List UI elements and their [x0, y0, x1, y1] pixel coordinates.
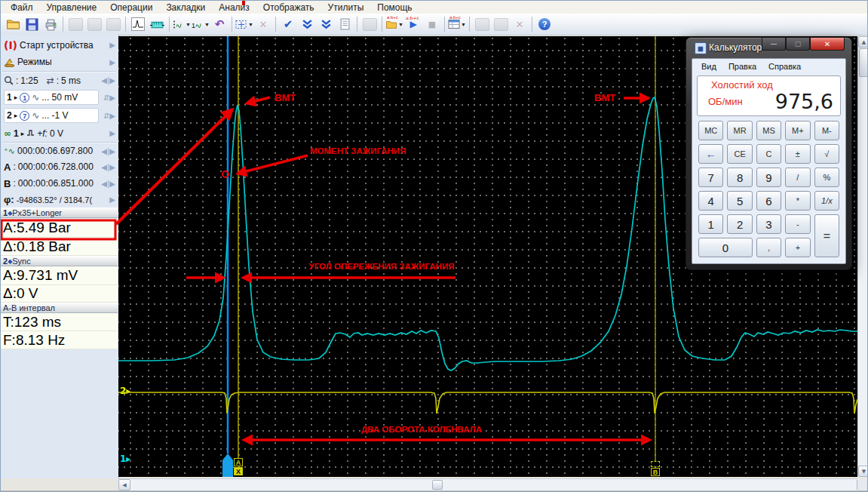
modes-row[interactable]: Режимы ▶	[1, 54, 118, 70]
menu-display[interactable]: Отображать	[256, 2, 321, 13]
dropdown-arrow-icon[interactable]: ▼	[398, 22, 403, 27]
stepper-arrows-icon[interactable]: ⇵▶	[103, 112, 115, 120]
calc-menu-help[interactable]: Справка	[762, 61, 807, 72]
menu-file[interactable]: Файл	[4, 2, 40, 13]
menu-analysis[interactable]: Анализ	[212, 2, 256, 13]
help-icon[interactable]: ?	[535, 16, 554, 32]
calc-btn-mminus[interactable]: M-	[814, 121, 839, 140]
single-signal-icon[interactable]	[129, 16, 147, 32]
channels-waveform-icon[interactable]: ▼	[173, 16, 191, 32]
cursor-x-marker[interactable]: X	[234, 467, 243, 475]
minimize-button[interactable]: —	[762, 38, 786, 51]
cursor-a-marker[interactable]: A	[234, 458, 243, 466]
close-button[interactable]: ✕	[810, 38, 845, 51]
calc-btn-c[interactable]: C	[756, 144, 781, 164]
save-icon[interactable]	[23, 16, 41, 32]
calc-btn-mr[interactable]: MR	[727, 121, 752, 140]
phase-row[interactable]: φ: -94863.52° / 3184.7( ▶	[1, 192, 118, 208]
undo-icon[interactable]: ↶	[210, 16, 229, 32]
calc-btn-divide[interactable]: /	[785, 168, 810, 187]
calc-btn-ce[interactable]: CE	[727, 144, 752, 164]
select-fragment-icon[interactable]: ▼	[235, 16, 253, 32]
horizontal-scrollbar[interactable]: ◀ ▶	[118, 478, 868, 490]
confirm-all-icon[interactable]	[298, 16, 316, 32]
horizontal-scroll-thumb[interactable]	[432, 480, 443, 490]
cursor-b-marker[interactable]: B	[651, 468, 660, 476]
menu-bookmarks[interactable]: Закладки	[159, 2, 212, 13]
channel1-chip[interactable]: 1▸ 1 ∿ ... 50 mV	[4, 90, 99, 105]
dropdown-arrow-icon[interactable]: ▼	[461, 22, 466, 27]
dropdown-arrow-icon[interactable]: ▼	[204, 22, 210, 27]
vertical-scroll-thumb[interactable]	[859, 48, 868, 77]
calc-btn-9[interactable]: 9	[756, 168, 781, 187]
scroll-left-button[interactable]: ◀	[118, 479, 130, 490]
calc-btn-backspace[interactable]: ←	[698, 144, 723, 164]
zoom-sweep-row[interactable]: :1:25 ⇄ :5 ms ◀|▶	[1, 72, 118, 88]
calc-btn-minus[interactable]: -	[785, 214, 810, 234]
calculator-window[interactable]: ▦ Калькулятор — ▢ ✕ Вид Правка Справка Х…	[686, 37, 852, 270]
expand-arrow-icon[interactable]: ▶	[109, 129, 115, 137]
stepper-arrows-icon[interactable]: ◀|▶	[101, 147, 115, 155]
cursor-a-time-row[interactable]: A: 000:00:06.728.000 ◀|▶	[1, 158, 118, 175]
menu-operations[interactable]: Операции	[103, 2, 159, 13]
start-device-row[interactable]: (Ι) Старт устройства ▶	[1, 36, 118, 54]
vertical-scrollbar[interactable]: ▲ ▼	[857, 36, 868, 477]
measure-ruler-icon[interactable]	[148, 16, 166, 32]
channel1-row[interactable]: 1▸ 1 ∿ ... 50 mV ⇵▶	[1, 88, 118, 106]
calc-btn-2[interactable]: 2	[727, 214, 752, 234]
calc-btn-mc[interactable]: MC	[698, 121, 723, 140]
calc-btn-plus[interactable]: +	[785, 238, 810, 257]
calc-btn-1[interactable]: 1	[698, 214, 723, 234]
calc-btn-multiply[interactable]: *	[785, 191, 810, 211]
open-file-icon[interactable]	[4, 16, 22, 32]
calc-btn-plusminus[interactable]: ±	[785, 144, 810, 164]
confirm-all2-icon[interactable]	[317, 16, 335, 32]
stepper-arrows-icon[interactable]: ⇵▶	[103, 94, 115, 102]
calc-menu-view[interactable]: Вид	[695, 61, 722, 72]
script-open-icon[interactable]: a:b+c▼	[385, 16, 403, 32]
calc-btn-3[interactable]: 3	[756, 214, 781, 234]
stepper-arrows-icon[interactable]: ◀|▶	[101, 163, 115, 171]
notes-icon[interactable]	[336, 16, 354, 32]
current-time-row[interactable]: ⁺∿ 000:00:06.697.800 ◀|▶	[1, 143, 118, 158]
confirm-icon[interactable]: ✔	[279, 16, 297, 32]
menu-utilities[interactable]: Утилиты	[321, 2, 371, 13]
panel3-header[interactable]: A-B интервал	[1, 303, 118, 313]
panel2-header[interactable]: 2◆ Sync	[1, 256, 118, 266]
menu-help[interactable]: Помощь	[370, 2, 419, 13]
channel2-row[interactable]: 2▸ 7 ∿ ... -1 V ⇵▶	[1, 106, 118, 125]
print-icon[interactable]	[41, 16, 60, 32]
expand-arrow-icon[interactable]: ▶	[109, 58, 115, 66]
stepper-arrows-icon[interactable]: ◀|▶	[101, 180, 115, 188]
expand-arrow-icon[interactable]: ▶	[109, 41, 115, 49]
calc-btn-6[interactable]: 6	[756, 191, 781, 211]
script-run-icon[interactable]: a:b+c▶	[404, 16, 422, 32]
dropdown-arrow-icon[interactable]: ▼	[186, 22, 191, 27]
calc-btn-5[interactable]: 5	[727, 191, 752, 211]
calc-btn-mplus[interactable]: M+	[785, 121, 810, 140]
blue-cursor-handle[interactable]	[222, 454, 233, 477]
panel1-header[interactable]: 1◆ Px35+Longer	[1, 208, 118, 218]
channel2-chip[interactable]: 2▸ 7 ∿ ... -1 V	[4, 108, 99, 123]
calc-btn-equals[interactable]: =	[814, 214, 839, 257]
script-panel-icon[interactable]: a:b+c▼	[448, 16, 466, 32]
calc-btn-0[interactable]: 0	[698, 238, 753, 257]
cursor-b-time-row[interactable]: B: 000:00:06.851.000 ◀|▶	[1, 175, 118, 192]
expand-arrow-icon[interactable]: ▶	[109, 195, 115, 204]
scroll-up-button[interactable]: ▲	[858, 36, 868, 48]
dropdown-arrow-icon[interactable]: ▼	[248, 22, 253, 27]
menu-control[interactable]: Управление	[40, 2, 104, 13]
calc-btn-4[interactable]: 4	[698, 191, 723, 211]
calc-btn-7[interactable]: 7	[698, 168, 723, 187]
calc-btn-ms[interactable]: MS	[756, 121, 781, 140]
calc-btn-8[interactable]: 8	[727, 168, 752, 187]
calc-btn-reciprocal[interactable]: 1/x	[814, 191, 839, 211]
cursor-b-dash-box[interactable]	[651, 461, 660, 467]
calc-btn-comma[interactable]: ,	[756, 238, 781, 257]
calc-btn-percent[interactable]: %	[814, 168, 839, 187]
calc-btn-sqrt[interactable]: √	[814, 144, 839, 164]
calc-menu-edit[interactable]: Правка	[722, 61, 762, 72]
scroll-down-button[interactable]: ▼	[858, 466, 868, 477]
channel-scale-icon[interactable]: 1▼	[192, 16, 210, 32]
search-trigger-row[interactable]: ∞ 1▸ +f: 0 V ▶	[1, 125, 118, 142]
